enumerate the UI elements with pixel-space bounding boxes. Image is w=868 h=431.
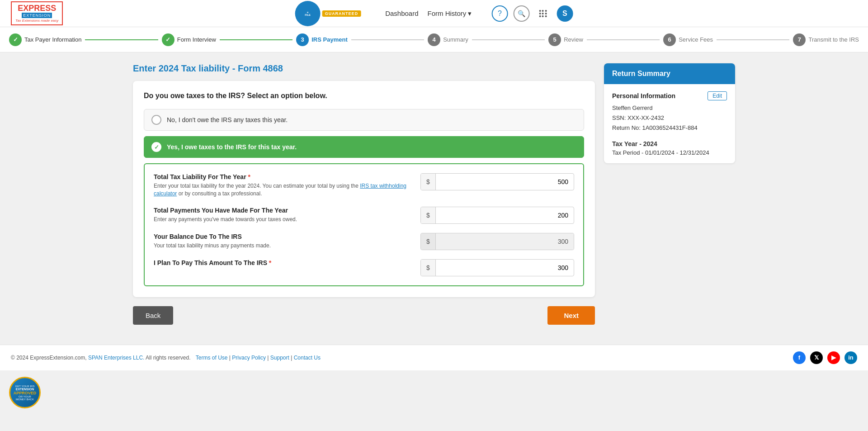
logo-tagline: Tax Extensions made easy bbox=[15, 19, 58, 23]
step-2[interactable]: ✓ Form Interview bbox=[162, 33, 216, 46]
help-button[interactable]: ? bbox=[491, 5, 508, 22]
step-2-circle: ✓ bbox=[162, 33, 175, 46]
field-input-wrap-4: $ bbox=[420, 259, 574, 276]
field-label-1: Total Tax Liability For The Year * bbox=[154, 173, 413, 180]
footer-text: © 2024 ExpressExtension.com, SPAN Enterp… bbox=[11, 355, 321, 361]
option-yes-label: Yes, I owe taxes to the IRS for this tax… bbox=[167, 143, 297, 151]
step-5[interactable]: 5 Review bbox=[548, 33, 583, 46]
header-center: e FILE GUARANTEED Dashboard Form History… bbox=[295, 1, 573, 26]
terms-link[interactable]: Terms of Use bbox=[196, 355, 228, 361]
step-line-3 bbox=[351, 39, 424, 40]
option-yes[interactable]: Yes, I owe taxes to the IRS for this tax… bbox=[144, 136, 584, 158]
field-input-wrap-3: $ bbox=[420, 233, 574, 250]
summary-card: Return Summary Personal Information Edit… bbox=[604, 63, 735, 163]
step-5-label: Review bbox=[564, 36, 583, 43]
fields-section: Total Tax Liability For The Year * Enter… bbox=[144, 163, 584, 286]
dollar-sign-3: $ bbox=[421, 233, 436, 250]
field-input-wrap-2: $ bbox=[420, 207, 574, 224]
total-tax-liability-input[interactable] bbox=[436, 174, 574, 190]
card-question: Do you owe taxes to the IRS? Select an o… bbox=[144, 92, 584, 100]
irs-calculator-link[interactable]: IRS tax withholding calculator bbox=[154, 183, 406, 197]
logo-express: EXPRESS bbox=[18, 4, 56, 12]
plan-to-pay-input[interactable] bbox=[436, 260, 574, 276]
step-7-circle: 7 bbox=[793, 33, 806, 46]
field-input-wrap-1: $ bbox=[420, 173, 574, 190]
efile-badge: e FILE bbox=[295, 1, 321, 26]
step-2-label: Form Interview bbox=[177, 36, 216, 43]
support-link[interactable]: Support bbox=[270, 355, 289, 361]
field-label-4: I Plan To Pay This Amount To The IRS * bbox=[154, 259, 413, 266]
summary-info: Steffen Gerrerd SSN: XXX-XX-2432 Return … bbox=[612, 103, 727, 133]
total-payments-input[interactable] bbox=[436, 207, 574, 223]
summary-tax-year: Tax Year - 2024 bbox=[612, 140, 727, 147]
field-desc-4: I Plan To Pay This Amount To The IRS * bbox=[154, 259, 413, 268]
header-icons: ? 🔍 S bbox=[491, 5, 573, 22]
contact-link[interactable]: Contact Us bbox=[294, 355, 321, 361]
field-desc-1: Total Tax Liability For The Year * Enter… bbox=[154, 173, 413, 198]
summary-ssn: SSN: XXX-XX-2432 bbox=[612, 113, 727, 123]
step-6-circle: 6 bbox=[663, 33, 676, 46]
search-button[interactable]: 🔍 bbox=[513, 5, 529, 22]
step-7[interactable]: 7 Transmit to the IRS bbox=[793, 33, 859, 46]
dollar-sign-4: $ bbox=[421, 260, 436, 276]
page-title: Enter 2024 Tax liability - Form 4868 bbox=[133, 63, 595, 74]
step-3[interactable]: 3 IRS Payment bbox=[296, 33, 347, 46]
dashboard-link[interactable]: Dashboard bbox=[385, 9, 418, 17]
step-1-label: Tax Payer Information bbox=[24, 36, 81, 43]
radio-yes bbox=[151, 142, 161, 152]
summary-name: Steffen Gerrerd bbox=[612, 103, 727, 113]
company-link[interactable]: SPAN Enterprises LLC. bbox=[88, 355, 145, 361]
logo-extension: EXTENSION bbox=[22, 13, 52, 18]
logo: EXPRESS EXTENSION Tax Extensions made ea… bbox=[11, 1, 63, 25]
next-button[interactable]: Next bbox=[547, 306, 595, 325]
step-line-4 bbox=[472, 39, 545, 40]
youtube-icon[interactable]: ▶ bbox=[827, 351, 840, 364]
field-label-3: Your Balance Due To The IRS bbox=[154, 233, 413, 240]
summary-return-no: Return No: 1A0036524431F-884 bbox=[612, 123, 727, 133]
field-subtext-2: Enter any payments you've made towards y… bbox=[154, 216, 413, 223]
dollar-sign-2: $ bbox=[421, 207, 436, 223]
form-area: Enter 2024 Tax liability - Form 4868 Do … bbox=[133, 63, 595, 334]
summary-header: Return Summary bbox=[604, 63, 735, 84]
field-label-2: Total Payments You Have Made For The Yea… bbox=[154, 207, 413, 214]
radio-no bbox=[151, 115, 161, 125]
facebook-icon[interactable]: f bbox=[793, 351, 806, 364]
field-subtext-3: Your total tax liability minus any payme… bbox=[154, 242, 413, 250]
header: EXPRESS EXTENSION Tax Extensions made ea… bbox=[0, 0, 868, 27]
step-5-circle: 5 bbox=[548, 33, 561, 46]
field-row-4: I Plan To Pay This Amount To The IRS * $ bbox=[154, 259, 574, 276]
chevron-down-icon: ▾ bbox=[468, 9, 472, 18]
step-line-5 bbox=[587, 39, 660, 40]
step-line-6 bbox=[717, 39, 789, 40]
summary-tax-period: Tax Period - 01/01/2024 - 12/31/2024 bbox=[612, 149, 727, 156]
step-4-circle: 4 bbox=[428, 33, 440, 46]
step-6[interactable]: 6 Service Fees bbox=[663, 33, 713, 46]
step-4-label: Summary bbox=[443, 36, 468, 43]
summary-body: Personal Information Edit Steffen Gerrer… bbox=[604, 84, 735, 163]
field-row-1: Total Tax Liability For The Year * Enter… bbox=[154, 173, 574, 198]
guaranteed-ribbon: GUARANTEED bbox=[322, 10, 361, 17]
twitter-x-icon[interactable]: 𝕏 bbox=[810, 351, 823, 364]
sidebar: Return Summary Personal Information Edit… bbox=[604, 63, 735, 334]
form-history-button[interactable]: Form History ▾ bbox=[428, 9, 472, 18]
edit-button[interactable]: Edit bbox=[708, 91, 727, 100]
field-row-3: Your Balance Due To The IRS Your total t… bbox=[154, 233, 574, 250]
user-avatar[interactable]: S bbox=[557, 5, 573, 22]
back-button[interactable]: Back bbox=[133, 306, 173, 325]
field-desc-3: Your Balance Due To The IRS Your total t… bbox=[154, 233, 413, 250]
linkedin-icon[interactable]: in bbox=[844, 351, 857, 364]
grid-button[interactable] bbox=[535, 5, 551, 22]
option-no[interactable]: No, I don't owe the IRS any taxes this y… bbox=[144, 109, 584, 131]
step-7-label: Transmit to the IRS bbox=[808, 36, 859, 43]
step-4[interactable]: 4 Summary bbox=[428, 33, 468, 46]
step-3-label: IRS Payment bbox=[311, 36, 347, 43]
bottom-bar: Back Next bbox=[133, 297, 595, 334]
summary-section-title: Personal Information Edit bbox=[612, 91, 727, 100]
grid-icon bbox=[539, 10, 547, 17]
step-1[interactable]: ✓ Tax Payer Information bbox=[9, 33, 81, 46]
steps-bar: ✓ Tax Payer Information ✓ Form Interview… bbox=[0, 27, 868, 52]
field-desc-2: Total Payments You Have Made For The Yea… bbox=[154, 207, 413, 223]
field-row-2: Total Payments You Have Made For The Yea… bbox=[154, 207, 574, 224]
footer-icons: f 𝕏 ▶ in bbox=[793, 351, 857, 364]
privacy-link[interactable]: Privacy Policy bbox=[232, 355, 266, 361]
